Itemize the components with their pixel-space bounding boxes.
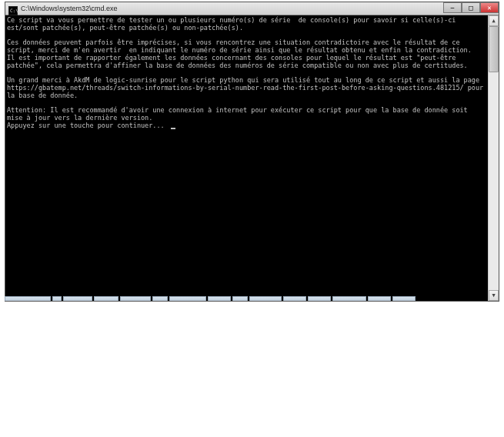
console-line: Il est important de rapporter également …	[7, 54, 468, 69]
minimize-button[interactable]: −	[443, 2, 462, 13]
titlebar[interactable]: C:\ C:\Windows\system32\cmd.exe − □ ✕	[5, 2, 499, 15]
taskbar-item[interactable]	[63, 296, 92, 301]
chevron-up-icon: ▲	[492, 18, 495, 24]
svg-text:C:\: C:\	[10, 8, 18, 13]
taskbar-item[interactable]	[169, 296, 206, 301]
scroll-track[interactable]	[489, 26, 499, 290]
cmd-window: C:\ C:\Windows\system32\cmd.exe − □ ✕ Ce…	[5, 2, 499, 302]
taskbar-item[interactable]	[5, 296, 51, 301]
close-icon: ✕	[487, 4, 491, 12]
taskbar-item[interactable]	[120, 296, 151, 301]
window-controls: − □ ✕	[443, 2, 499, 15]
console-line: Un grand merci à AkdM de logic-sunrise p…	[7, 76, 487, 99]
taskbar-item[interactable]	[332, 296, 366, 301]
minimize-icon: −	[450, 4, 454, 12]
taskbar-item[interactable]	[308, 296, 331, 301]
maximize-icon: □	[469, 4, 472, 12]
console-prompt: Appuyez sur une touche pour continuer...	[7, 122, 169, 129]
taskbar-item[interactable]	[232, 296, 248, 301]
console-area: Ce script va vous permettre de tester un…	[5, 15, 499, 301]
maximize-button[interactable]: □	[462, 2, 480, 13]
vertical-scrollbar[interactable]: ▲ ▼	[488, 15, 499, 301]
taskbar-item[interactable]	[208, 296, 231, 301]
taskbar-item[interactable]	[152, 296, 168, 301]
scroll-thumb[interactable]	[489, 26, 499, 72]
taskbar-item[interactable]	[52, 296, 62, 301]
taskbar-item[interactable]	[249, 296, 282, 301]
taskbar-item[interactable]	[392, 296, 416, 301]
cmd-icon: C:\	[8, 4, 18, 13]
console-line: Attention: Il est recommandé d'avoir une…	[7, 106, 472, 122]
console-line: Ces données peuvent parfois être impréci…	[7, 38, 472, 54]
console-line: Ce script va vous permettre de tester un…	[7, 16, 460, 32]
taskbar-item[interactable]	[94, 296, 118, 301]
window-title: C:\Windows\system32\cmd.exe	[21, 5, 443, 12]
close-button[interactable]: ✕	[480, 2, 499, 13]
taskbar-item[interactable]	[368, 296, 391, 301]
cursor	[171, 128, 175, 129]
scroll-up-button[interactable]: ▲	[489, 15, 499, 26]
taskbar-item[interactable]	[283, 296, 306, 301]
console-output[interactable]: Ce script va vous permettre de tester un…	[5, 15, 488, 301]
taskbar-strip	[5, 296, 499, 301]
